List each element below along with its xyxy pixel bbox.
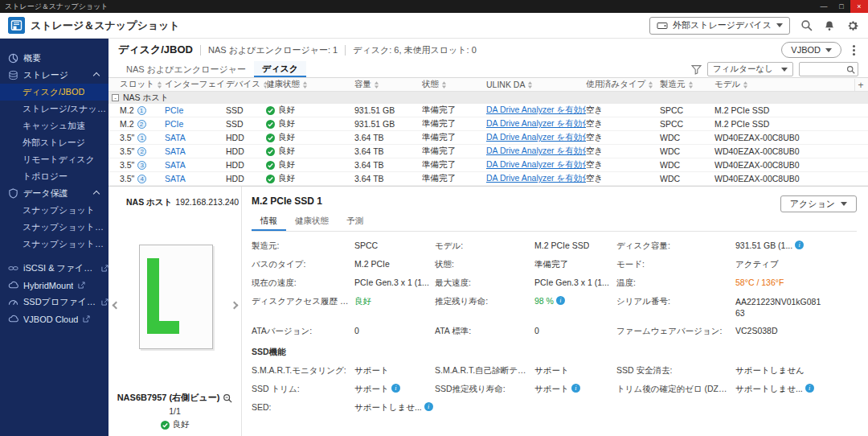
external-storage-device-button[interactable]: 外部ストレージデバイス — [649, 17, 790, 35]
field-label: 状態: — [435, 259, 534, 270]
summary-enclosure: NAS およびエンクロージャー: 1 — [208, 44, 338, 56]
slot-number-badge: 1 — [137, 106, 146, 115]
cell-model: WD40EZAX-00C8UB0 — [714, 133, 868, 142]
cell-slot: 3.5" 4 — [108, 174, 165, 183]
notification-button[interactable] — [822, 19, 837, 33]
add-column-button[interactable]: + — [854, 79, 866, 91]
sidebar-item-vjbod-cloud[interactable]: VJBOD Cloud — [0, 311, 108, 327]
health-check-icon — [266, 175, 275, 183]
tab-health[interactable]: 健康状態 — [286, 213, 338, 231]
column-header-slot[interactable]: スロット — [108, 79, 165, 90]
da-analyzer-link[interactable]: DA Drive Analyzer を有効化 — [486, 105, 586, 114]
cell-health: 良好 — [266, 105, 354, 116]
sidebar-item-overview[interactable]: 概要 — [0, 50, 108, 67]
zoom-icon[interactable] — [223, 393, 232, 403]
sidebar-item-ssd-profiling[interactable]: SSDプロファイリング... — [0, 294, 108, 311]
table-row[interactable]: 3.5" 3 SATA HDD 良好 3.64 TB 準備完了 DA Drive… — [108, 158, 868, 172]
slot-number-badge: 4 — [137, 175, 146, 183]
column-header-device[interactable]: デバイス — [226, 79, 266, 90]
sidebar-item-remote-disk[interactable]: リモートディスク — [0, 151, 108, 168]
nas-chassis-image[interactable] — [139, 245, 213, 349]
sidebar-item-snapshot-replica[interactable]: スナップショットレプリカ — [0, 219, 108, 236]
sidebar-item-snapshot-vault[interactable]: スナップショットボールト — [0, 236, 108, 253]
table-row[interactable]: M.2 1 PCIe SSD 良好 931.51 GB 準備完了 DA Driv… — [108, 104, 868, 117]
minimize-button[interactable]: — — [815, 0, 833, 13]
divider — [200, 45, 201, 56]
sidebar-item-disk-jbod[interactable]: ディスク/JBOD — [0, 84, 108, 101]
cell-status: 準備完了 — [422, 118, 486, 130]
more-options-icon[interactable] — [853, 49, 855, 51]
tab-prediction[interactable]: 予測 — [338, 213, 372, 231]
sidebar-item-snapshot[interactable]: スナップショット — [0, 202, 108, 219]
sidebar-item-external-storage[interactable]: 外部ストレージ — [0, 134, 108, 151]
gear-icon — [846, 19, 859, 32]
field-label: SSD推定残り寿命: — [435, 384, 534, 395]
filter-dropdown[interactable]: フィルターなし — [707, 62, 793, 76]
disk-detail-pane: M.2 PCIe SSD 1 アクション 情報 健康状態 予測 製造元: SPC… — [241, 187, 868, 436]
cell-status: 準備完了 — [422, 159, 486, 171]
column-header-capacity[interactable]: 容量 — [354, 79, 422, 90]
search-input[interactable] — [802, 65, 846, 74]
field-label: S.M.A.R.T.モニタリング: — [252, 365, 354, 376]
cell-model: WD40EZAX-00C8UB0 — [714, 160, 868, 170]
field-value: サポート — [534, 365, 616, 376]
column-header-model[interactable]: モデル — [714, 79, 868, 90]
table-row[interactable]: 3.5" 4 SATA HDD 良好 3.64 TB 準備完了 DA Drive… — [108, 172, 868, 186]
da-analyzer-link[interactable]: DA Drive Analyzer を有効化 — [486, 173, 586, 183]
da-analyzer-link[interactable]: DA Drive Analyzer を有効化 — [486, 159, 586, 169]
info-icon[interactable]: i — [805, 384, 814, 393]
settings-button[interactable] — [845, 19, 860, 33]
da-analyzer-link[interactable]: DA Drive Analyzer を有効化 — [486, 146, 586, 155]
tab-disk[interactable]: ディスク — [254, 61, 306, 77]
info-icon[interactable]: i — [795, 241, 804, 249]
sidebar-item-topology[interactable]: トポロジー — [0, 168, 108, 185]
tab-info[interactable]: 情報 — [252, 213, 286, 231]
maximize-button[interactable]: □ — [833, 0, 850, 13]
sidebar-section-storage[interactable]: ストレージ — [0, 67, 108, 84]
cell-interface: SATA — [165, 133, 226, 142]
sidebar-item-cache-acceleration[interactable]: キャッシュ加速 — [0, 117, 108, 134]
sidebar-item-iscsi-fiber[interactable]: iSCSI & ファイバー... — [0, 260, 108, 277]
tab-nas-enclosure[interactable]: NAS およびエンクロージャー — [118, 61, 254, 77]
column-header-interface[interactable]: インターフェイス — [165, 79, 226, 90]
sidebar-item-label: SSDプロファイリング... — [23, 296, 96, 308]
sort-icon — [527, 81, 533, 88]
column-header-ulink[interactable]: ULINK DA — [486, 80, 586, 89]
da-analyzer-link[interactable]: DA Drive Analyzer を有効化 — [486, 132, 586, 142]
column-header-used-type[interactable]: 使用済みタイプ — [586, 79, 660, 90]
info-icon[interactable]: i — [556, 296, 565, 305]
sidebar-section-data-protection[interactable]: データ保護 — [0, 185, 108, 202]
filter-icon[interactable] — [691, 64, 702, 75]
da-analyzer-link[interactable]: DA Drive Analyzer を有効化 — [486, 118, 586, 128]
column-header-status[interactable]: 状態 — [422, 79, 486, 90]
sidebar-item-label: 概要 — [23, 52, 41, 64]
global-search-button[interactable] — [799, 19, 813, 33]
carousel-prev-button[interactable] — [110, 298, 121, 312]
cell-model: WD40EZAX-00C8UB0 — [714, 146, 868, 156]
column-header-vendor[interactable]: 製造元 — [660, 79, 714, 90]
collapse-icon[interactable]: - — [112, 94, 119, 101]
field-value-life-remaining: 98 %i — [534, 296, 616, 306]
table-row[interactable]: M.2 2 PCIe SSD 良好 931.51 GB 準備完了 DA Driv… — [108, 117, 868, 131]
external-link-icon — [101, 265, 108, 272]
vjbod-button[interactable]: VJBOD — [781, 42, 841, 58]
vjbod-button-label: VJBOD — [791, 45, 821, 55]
table-row[interactable]: 3.5" 1 SATA HDD 良好 3.64 TB 準備完了 DA Drive… — [108, 131, 868, 145]
table-row[interactable]: 3.5" 2 SATA HDD 良好 3.64 TB 準備完了 DA Drive… — [108, 145, 868, 158]
field-label: ディスクアクセス履歴 (I/O): — [252, 296, 354, 307]
field-value: 0 — [354, 326, 435, 335]
search-icon[interactable] — [846, 65, 855, 74]
sidebar-item-hybridmount[interactable]: HybridMount — [0, 277, 108, 294]
search-box — [799, 62, 858, 76]
sidebar-item-label: トポロジー — [23, 171, 68, 183]
carousel-next-button[interactable] — [228, 298, 240, 312]
info-icon[interactable]: i — [424, 402, 433, 411]
close-button[interactable]: × — [850, 0, 868, 13]
window-titlebar: ストレージ＆スナップショット — □ × — [0, 0, 868, 13]
table-group-row[interactable]: - NAS ホスト — [108, 92, 868, 104]
column-header-health[interactable]: 健康状態 — [266, 79, 354, 90]
info-icon[interactable]: i — [391, 384, 400, 393]
sidebar-item-storage-snapshot[interactable]: ストレージ/スナップショ... — [0, 101, 108, 117]
action-button[interactable]: アクション — [780, 195, 857, 212]
info-icon[interactable]: i — [571, 384, 580, 393]
